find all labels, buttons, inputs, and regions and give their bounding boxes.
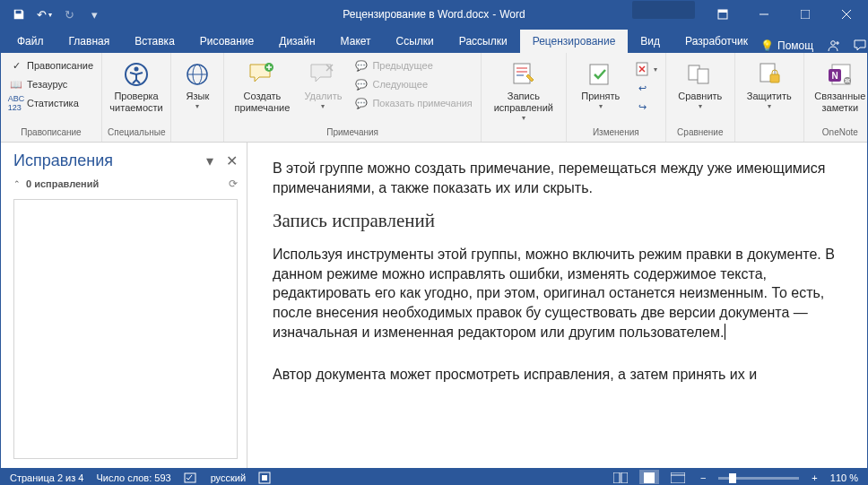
readability-button[interactable]: Проверка читаемости: [108, 56, 165, 117]
language-indicator[interactable]: русский: [211, 472, 246, 483]
undo-button[interactable]: ↶▾: [33, 4, 55, 25]
tab-review[interactable]: Рецензирование: [520, 30, 629, 53]
app-name: Word: [499, 8, 525, 21]
comment-delete-icon: [308, 60, 337, 89]
track-changes-icon: [509, 60, 538, 89]
comment-next-icon: 💬: [354, 77, 369, 91]
chevron-down-icon: ▾: [699, 102, 702, 111]
prev-comment-button: 💬Предыдущее: [352, 56, 474, 74]
group-label-accessibility: Специальные: [108, 126, 165, 142]
statistics-button[interactable]: ABC123Статистика: [6, 94, 96, 112]
compare-button[interactable]: Сравнить ▾: [672, 56, 729, 115]
prev-change-button[interactable]: ↩: [633, 79, 660, 97]
tab-layout[interactable]: Макет: [328, 30, 384, 53]
lightbulb-icon: 💡: [760, 39, 774, 52]
tab-view[interactable]: Вид: [628, 30, 673, 53]
tab-developer[interactable]: Разработчик: [673, 30, 760, 53]
onenote-button[interactable]: N Связанные заметки: [810, 56, 867, 117]
tab-file[interactable]: Файл: [4, 30, 56, 53]
svg-rect-38: [613, 472, 620, 483]
svg-rect-3: [801, 10, 810, 19]
minimize-button[interactable]: [743, 1, 785, 28]
tab-home[interactable]: Главная: [56, 30, 123, 53]
tell-me[interactable]: 💡 Помощ: [760, 39, 813, 52]
ribbon: ✓Правописание 📖Тезаурус ABC123Статистика…: [1, 53, 867, 143]
delete-comment-button: Удалить ▾: [298, 56, 348, 115]
print-layout-button[interactable]: [639, 470, 659, 485]
lock-icon: [755, 60, 784, 89]
pane-dropdown-icon[interactable]: ▾: [206, 152, 213, 169]
globe-icon: [183, 60, 212, 89]
macro-status-icon[interactable]: [258, 472, 271, 484]
user-avatar[interactable]: [632, 1, 695, 19]
reject-button[interactable]: ▾: [633, 60, 660, 78]
stats-icon: ABC123: [9, 96, 23, 110]
show-comments-button: 💬Показать примечания: [352, 94, 474, 112]
collapse-icon[interactable]: ⌃: [13, 179, 21, 188]
reject-icon: [636, 62, 650, 76]
quick-access-toolbar: ↶▾ ↻ ▾: [1, 4, 105, 25]
main-area: Исправления ▾ ✕ ⌃ 0 исправлений ⟳ В этой…: [1, 143, 867, 468]
zoom-out-button[interactable]: −: [697, 472, 709, 483]
spellcheck-status-icon[interactable]: [184, 472, 198, 484]
chevron-down-icon: ▾: [195, 102, 199, 111]
heading[interactable]: Запись исправлений: [273, 210, 858, 232]
zoom-in-button[interactable]: +: [808, 472, 820, 483]
zoom-level[interactable]: 110 %: [830, 472, 858, 483]
group-label-onenote: OneNote: [810, 126, 867, 142]
read-mode-button[interactable]: [611, 470, 630, 485]
close-button[interactable]: [826, 1, 867, 28]
comments-button[interactable]: [853, 39, 867, 53]
word-count[interactable]: Число слов: 593: [96, 472, 170, 483]
accept-button[interactable]: Принять ▾: [572, 56, 629, 115]
tab-insert[interactable]: Вставка: [122, 30, 187, 53]
language-button[interactable]: Язык ▾: [177, 56, 218, 115]
title-bar: ↶▾ ↻ ▾ Рецензирование в Word.docx - Word: [1, 1, 867, 28]
ribbon-options-button[interactable]: [702, 1, 743, 28]
zoom-slider[interactable]: [718, 477, 799, 480]
web-layout-button[interactable]: [668, 470, 688, 485]
svg-rect-19: [514, 64, 530, 83]
paragraph[interactable]: Используя инструменты этой группы, можно…: [273, 245, 858, 342]
chevron-down-icon: ▾: [599, 102, 603, 111]
tab-mailings[interactable]: Рассылки: [447, 30, 520, 53]
arrow-right-icon: ↪: [636, 100, 650, 114]
share-button[interactable]: [826, 39, 840, 53]
revisions-count: 0 исправлений: [26, 178, 99, 189]
doc-name: Рецензирование в Word.docx: [343, 8, 489, 21]
svg-rect-23: [590, 65, 608, 84]
accept-icon: [586, 60, 615, 89]
chevron-down-icon: ▾: [522, 114, 525, 123]
track-changes-button[interactable]: Запись исправлений ▾: [487, 56, 560, 126]
next-change-button[interactable]: ↪: [633, 98, 660, 116]
pane-close-button[interactable]: ✕: [226, 152, 238, 169]
comment-icon: 💬: [354, 96, 369, 110]
zoom-slider-thumb[interactable]: [729, 473, 736, 483]
svg-text:N: N: [831, 71, 838, 81]
page-indicator[interactable]: Страница 2 из 4: [10, 472, 83, 483]
refresh-icon[interactable]: ⟳: [229, 178, 238, 190]
protect-button[interactable]: Защитить ▾: [741, 56, 798, 115]
group-label-compare: Сравнение: [672, 126, 729, 142]
tab-draw[interactable]: Рисование: [187, 30, 266, 53]
comment-prev-icon: 💬: [354, 58, 369, 73]
revisions-list: [13, 199, 238, 459]
document-area[interactable]: В этой группе можно создать примечание, …: [247, 143, 867, 468]
redo-button[interactable]: ↻: [58, 4, 80, 25]
paragraph[interactable]: В этой группе можно создать примечание, …: [273, 159, 858, 197]
paragraph[interactable]: Автор документа может просмотреть исправ…: [273, 365, 858, 385]
save-button[interactable]: [8, 4, 30, 25]
qat-customize[interactable]: ▾: [83, 4, 105, 25]
new-comment-button[interactable]: Создать примечание: [230, 56, 294, 117]
tab-design[interactable]: Дизайн: [266, 30, 327, 53]
chevron-down-icon: ▾: [654, 65, 657, 74]
svg-rect-40: [644, 472, 655, 483]
tab-references[interactable]: Ссылки: [384, 30, 447, 53]
spelling-button[interactable]: ✓Правописание: [6, 56, 96, 74]
svg-rect-37: [262, 475, 267, 481]
group-label-comments: Примечания: [230, 126, 474, 142]
arrow-left-icon: ↩: [636, 81, 650, 95]
revisions-pane: Исправления ▾ ✕ ⌃ 0 исправлений ⟳: [1, 143, 247, 468]
maximize-button[interactable]: [785, 1, 826, 28]
thesaurus-button[interactable]: 📖Тезаурус: [6, 75, 96, 93]
